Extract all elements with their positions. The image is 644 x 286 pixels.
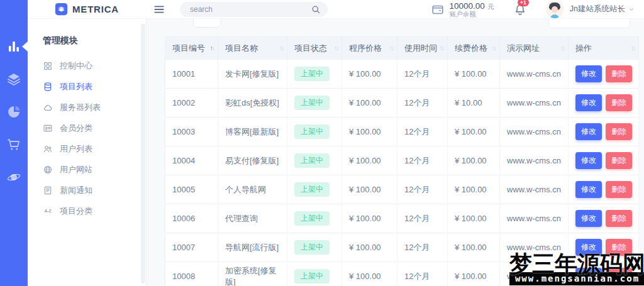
balance-currency: 元 [487,3,494,10]
cell-project-name: 个人导航网 [218,175,287,204]
grid-icon [43,61,53,71]
edit-button[interactable]: 修改 [575,65,602,82]
pie-chart-icon[interactable] [6,104,21,119]
table-row: 10002彩虹ds[免授权]上架中¥ 100.0012个月¥ 10.00www.… [165,89,639,118]
column-header[interactable]: 项目编号↑↓ [165,37,218,60]
edit-button[interactable]: 修改 [575,210,602,227]
edit-button[interactable]: 修改 [575,94,602,111]
sidebar-item-users[interactable]: 用户列表 [43,138,146,159]
cell-project-name: 加密系统[修复版] [218,262,287,286]
column-header[interactable]: 操作↑↓ [569,37,639,60]
sidebar-scrollbar[interactable] [141,24,145,283]
hamburger-icon [153,3,165,16]
column-header[interactable]: 续费价格↑↓ [448,37,500,60]
column-header[interactable]: 程序价格↑↓ [342,37,397,60]
sort-icons[interactable]: ↑↓ [334,45,338,52]
table-filter-input[interactable] [548,19,630,28]
brand-logo[interactable]: METRICA [28,3,146,16]
sort-icons[interactable]: ↑↓ [440,45,443,52]
sidebar-item-globe[interactable]: 用户网站 [43,159,146,180]
menu-toggle-button[interactable] [152,3,166,16]
column-header[interactable]: 项目状态↑↓ [287,37,342,60]
bar-chart-icon[interactable] [6,39,21,54]
cart-icon[interactable] [6,137,21,152]
cell-demo-url: www.w-cms.cn [500,262,569,286]
chevron-down-icon[interactable] [628,6,635,13]
edit-button[interactable]: 修改 [575,239,602,256]
delete-button[interactable]: 删除 [606,94,632,111]
sidebar-item-cloud[interactable]: 服务器列表 [43,97,146,118]
table-body: 10001发卡网[修复版]上架中¥ 100.0012个月¥ 100.00www.… [165,60,639,286]
sidebar-item-database[interactable]: 项目列表 [43,76,146,97]
edit-button[interactable]: 修改 [575,268,602,285]
sort-icons[interactable]: ↑↓ [389,45,393,52]
column-header[interactable]: 使用时间↑↓ [397,37,448,60]
sort-icons[interactable]: ↑↓ [560,45,564,52]
sort-desc-icon: ↓ [336,45,338,52]
delete-button[interactable]: 删除 [606,152,632,169]
cell-renew-price: ¥ 100.00 [448,175,500,204]
cell-program-price: ¥ 100.00 [342,233,397,262]
cell-project-status: 上架中 [287,60,342,89]
layers-icon[interactable] [6,72,21,87]
cell-project-name: 发卡网[修复版] [218,60,287,89]
brand-name: METRICA [72,4,119,14]
account-balance: 10000.00 元 账户余额 [450,1,494,18]
cell-actions: 修改删除 [569,175,639,204]
delete-button[interactable]: 删除 [606,123,632,140]
table-row: 10005个人导航网上架中¥ 100.0012个月¥ 100.00www.w-c… [165,175,639,204]
news-icon [43,185,53,195]
cell-demo-url: www.w-cms.cn [500,118,569,146]
cell-project-id: 10006 [165,204,218,233]
sidebar-item-grid[interactable]: 控制中心 [43,55,146,76]
metrica-logo-icon [55,3,68,16]
delete-button[interactable]: 删除 [606,181,632,198]
column-label: 演示网址 [507,43,540,54]
page-size-select[interactable] [193,19,221,28]
cell-demo-url: www.w-cms.cn [500,233,569,262]
delete-button[interactable]: 删除 [606,239,632,256]
balance-amount: 10000.00 [450,1,485,11]
cell-project-name: 彩虹ds[免授权] [218,89,287,118]
status-badge: 上架中 [294,153,330,168]
delete-button[interactable]: 删除 [606,65,632,82]
search-input[interactable] [180,2,328,17]
cell-renew-price: ¥ 10.00 [448,89,500,118]
username[interactable]: Jn建站系统站长 [570,4,625,14]
projects-table-wrap: 项目编号↑↓项目名称↑↓项目状态↑↓程序价格↑↓使用时间↑↓续费价格↑↓演示网址… [165,36,638,286]
sort-icons[interactable]: ↑↓ [631,45,635,52]
cell-program-price: ¥ 100.00 [342,262,397,286]
sidebar-title: 管理模块 [43,35,146,47]
edit-button[interactable]: 修改 [575,123,602,140]
cell-project-name: 博客网[最新版] [218,118,287,146]
cell-program-price: ¥ 100.00 [342,175,397,204]
search-icon[interactable] [311,4,321,14]
cell-demo-url: www.w-cms.cn [500,146,569,175]
cell-project-id: 10008 [165,262,218,286]
sidebar-item-card[interactable]: 会员分类 [43,118,146,138]
delete-button[interactable]: 删除 [606,210,632,227]
column-label: 项目状态 [294,43,327,54]
sort-icons[interactable]: ↑↓ [210,45,214,52]
edit-button[interactable]: 修改 [575,181,602,198]
column-label: 项目编号 [172,43,205,54]
column-header[interactable]: 项目名称↑↓ [218,37,287,60]
sidebar-item-news[interactable]: 新闻通知 [43,180,146,201]
sort-desc-icon: ↓ [633,45,635,52]
edit-button[interactable]: 修改 [575,152,602,169]
avatar[interactable] [546,1,564,18]
cell-usage-time: 12个月 [397,204,448,233]
sidebar-item-az[interactable]: 项目分类 [43,201,146,221]
sort-icons[interactable]: ↑↓ [279,45,283,52]
column-header[interactable]: 演示网址↑↓ [500,37,569,60]
sort-icons[interactable]: ↑↓ [492,45,496,52]
az-icon [43,206,53,216]
sort-desc-icon: ↓ [562,45,564,52]
globe-icon [43,165,53,175]
sidebar-item-label: 新闻通知 [60,185,92,196]
notifications-button[interactable]: +1 [513,3,527,16]
delete-button[interactable]: 删除 [606,268,632,285]
planet-icon[interactable] [6,170,21,185]
cell-renew-price: ¥ 100.00 [448,60,500,89]
cell-demo-url: www.w-cms.cn [500,175,569,204]
